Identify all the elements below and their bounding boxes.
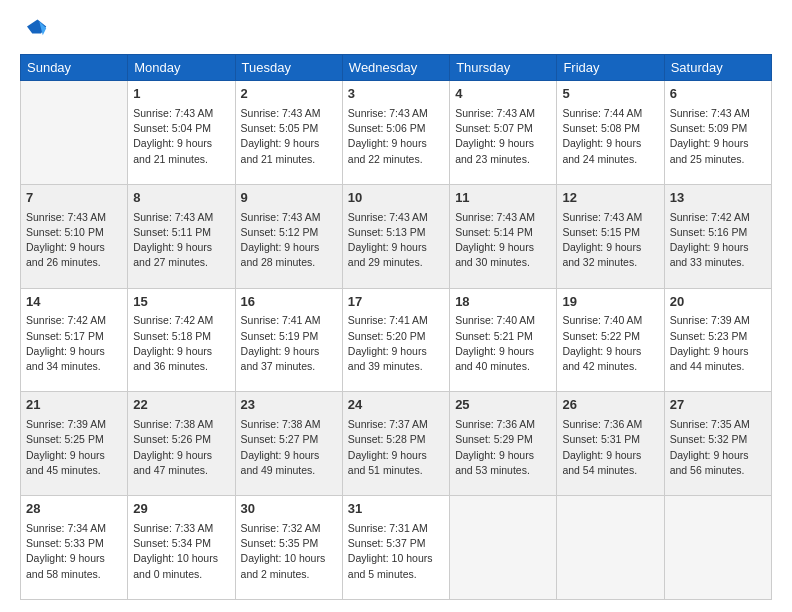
day-info: Sunrise: 7:34 AMSunset: 5:33 PMDaylight:… [26, 521, 122, 582]
calendar-cell: 24Sunrise: 7:37 AMSunset: 5:28 PMDayligh… [342, 392, 449, 496]
calendar-week-5: 28Sunrise: 7:34 AMSunset: 5:33 PMDayligh… [21, 496, 772, 600]
day-number: 10 [348, 189, 444, 208]
day-number: 25 [455, 396, 551, 415]
calendar-cell: 12Sunrise: 7:43 AMSunset: 5:15 PMDayligh… [557, 184, 664, 288]
day-info: Sunrise: 7:43 AMSunset: 5:11 PMDaylight:… [133, 210, 229, 271]
day-info: Sunrise: 7:36 AMSunset: 5:29 PMDaylight:… [455, 417, 551, 478]
calendar-cell: 20Sunrise: 7:39 AMSunset: 5:23 PMDayligh… [664, 288, 771, 392]
calendar-header-row: SundayMondayTuesdayWednesdayThursdayFrid… [21, 55, 772, 81]
day-number: 19 [562, 293, 658, 312]
calendar-cell: 2Sunrise: 7:43 AMSunset: 5:05 PMDaylight… [235, 81, 342, 185]
day-number: 8 [133, 189, 229, 208]
calendar-week-4: 21Sunrise: 7:39 AMSunset: 5:25 PMDayligh… [21, 392, 772, 496]
calendar-cell: 25Sunrise: 7:36 AMSunset: 5:29 PMDayligh… [450, 392, 557, 496]
day-info: Sunrise: 7:44 AMSunset: 5:08 PMDaylight:… [562, 106, 658, 167]
header-day-sunday: Sunday [21, 55, 128, 81]
day-number: 7 [26, 189, 122, 208]
header-day-monday: Monday [128, 55, 235, 81]
calendar-cell: 26Sunrise: 7:36 AMSunset: 5:31 PMDayligh… [557, 392, 664, 496]
day-info: Sunrise: 7:43 AMSunset: 5:04 PMDaylight:… [133, 106, 229, 167]
day-number: 20 [670, 293, 766, 312]
calendar-cell: 7Sunrise: 7:43 AMSunset: 5:10 PMDaylight… [21, 184, 128, 288]
calendar-week-3: 14Sunrise: 7:42 AMSunset: 5:17 PMDayligh… [21, 288, 772, 392]
day-number: 27 [670, 396, 766, 415]
calendar-cell: 3Sunrise: 7:43 AMSunset: 5:06 PMDaylight… [342, 81, 449, 185]
calendar-cell: 30Sunrise: 7:32 AMSunset: 5:35 PMDayligh… [235, 496, 342, 600]
day-number: 22 [133, 396, 229, 415]
day-number: 28 [26, 500, 122, 519]
day-number: 31 [348, 500, 444, 519]
day-number: 21 [26, 396, 122, 415]
day-info: Sunrise: 7:41 AMSunset: 5:20 PMDaylight:… [348, 313, 444, 374]
day-info: Sunrise: 7:35 AMSunset: 5:32 PMDaylight:… [670, 417, 766, 478]
calendar-cell: 15Sunrise: 7:42 AMSunset: 5:18 PMDayligh… [128, 288, 235, 392]
header [20, 16, 772, 44]
day-number: 6 [670, 85, 766, 104]
day-info: Sunrise: 7:40 AMSunset: 5:22 PMDaylight:… [562, 313, 658, 374]
day-info: Sunrise: 7:38 AMSunset: 5:27 PMDaylight:… [241, 417, 337, 478]
header-day-wednesday: Wednesday [342, 55, 449, 81]
day-info: Sunrise: 7:43 AMSunset: 5:09 PMDaylight:… [670, 106, 766, 167]
calendar-cell: 11Sunrise: 7:43 AMSunset: 5:14 PMDayligh… [450, 184, 557, 288]
day-info: Sunrise: 7:38 AMSunset: 5:26 PMDaylight:… [133, 417, 229, 478]
day-number: 30 [241, 500, 337, 519]
day-info: Sunrise: 7:39 AMSunset: 5:23 PMDaylight:… [670, 313, 766, 374]
calendar-cell: 27Sunrise: 7:35 AMSunset: 5:32 PMDayligh… [664, 392, 771, 496]
calendar-cell: 5Sunrise: 7:44 AMSunset: 5:08 PMDaylight… [557, 81, 664, 185]
day-info: Sunrise: 7:42 AMSunset: 5:16 PMDaylight:… [670, 210, 766, 271]
logo-icon [20, 16, 48, 44]
day-number: 9 [241, 189, 337, 208]
calendar-cell: 9Sunrise: 7:43 AMSunset: 5:12 PMDaylight… [235, 184, 342, 288]
calendar-cell: 1Sunrise: 7:43 AMSunset: 5:04 PMDaylight… [128, 81, 235, 185]
calendar-cell [557, 496, 664, 600]
calendar-cell: 21Sunrise: 7:39 AMSunset: 5:25 PMDayligh… [21, 392, 128, 496]
day-info: Sunrise: 7:39 AMSunset: 5:25 PMDaylight:… [26, 417, 122, 478]
day-info: Sunrise: 7:41 AMSunset: 5:19 PMDaylight:… [241, 313, 337, 374]
day-number: 17 [348, 293, 444, 312]
day-number: 18 [455, 293, 551, 312]
day-info: Sunrise: 7:37 AMSunset: 5:28 PMDaylight:… [348, 417, 444, 478]
calendar-cell: 4Sunrise: 7:43 AMSunset: 5:07 PMDaylight… [450, 81, 557, 185]
calendar-cell: 8Sunrise: 7:43 AMSunset: 5:11 PMDaylight… [128, 184, 235, 288]
calendar-cell: 23Sunrise: 7:38 AMSunset: 5:27 PMDayligh… [235, 392, 342, 496]
day-number: 23 [241, 396, 337, 415]
day-number: 13 [670, 189, 766, 208]
day-number: 12 [562, 189, 658, 208]
calendar-cell: 6Sunrise: 7:43 AMSunset: 5:09 PMDaylight… [664, 81, 771, 185]
header-day-thursday: Thursday [450, 55, 557, 81]
day-number: 5 [562, 85, 658, 104]
day-info: Sunrise: 7:43 AMSunset: 5:07 PMDaylight:… [455, 106, 551, 167]
header-day-friday: Friday [557, 55, 664, 81]
day-number: 1 [133, 85, 229, 104]
day-number: 24 [348, 396, 444, 415]
day-info: Sunrise: 7:32 AMSunset: 5:35 PMDaylight:… [241, 521, 337, 582]
page: SundayMondayTuesdayWednesdayThursdayFrid… [0, 0, 792, 612]
header-day-saturday: Saturday [664, 55, 771, 81]
day-number: 26 [562, 396, 658, 415]
calendar-cell: 28Sunrise: 7:34 AMSunset: 5:33 PMDayligh… [21, 496, 128, 600]
calendar-cell: 10Sunrise: 7:43 AMSunset: 5:13 PMDayligh… [342, 184, 449, 288]
day-info: Sunrise: 7:43 AMSunset: 5:14 PMDaylight:… [455, 210, 551, 271]
calendar-week-2: 7Sunrise: 7:43 AMSunset: 5:10 PMDaylight… [21, 184, 772, 288]
calendar-cell: 16Sunrise: 7:41 AMSunset: 5:19 PMDayligh… [235, 288, 342, 392]
calendar-cell: 17Sunrise: 7:41 AMSunset: 5:20 PMDayligh… [342, 288, 449, 392]
day-info: Sunrise: 7:43 AMSunset: 5:06 PMDaylight:… [348, 106, 444, 167]
calendar-week-1: 1Sunrise: 7:43 AMSunset: 5:04 PMDaylight… [21, 81, 772, 185]
day-number: 14 [26, 293, 122, 312]
day-info: Sunrise: 7:42 AMSunset: 5:17 PMDaylight:… [26, 313, 122, 374]
day-info: Sunrise: 7:43 AMSunset: 5:12 PMDaylight:… [241, 210, 337, 271]
day-info: Sunrise: 7:33 AMSunset: 5:34 PMDaylight:… [133, 521, 229, 582]
calendar-cell [450, 496, 557, 600]
header-day-tuesday: Tuesday [235, 55, 342, 81]
day-info: Sunrise: 7:31 AMSunset: 5:37 PMDaylight:… [348, 521, 444, 582]
day-info: Sunrise: 7:43 AMSunset: 5:13 PMDaylight:… [348, 210, 444, 271]
day-number: 2 [241, 85, 337, 104]
calendar-cell: 14Sunrise: 7:42 AMSunset: 5:17 PMDayligh… [21, 288, 128, 392]
day-info: Sunrise: 7:43 AMSunset: 5:15 PMDaylight:… [562, 210, 658, 271]
calendar-table: SundayMondayTuesdayWednesdayThursdayFrid… [20, 54, 772, 600]
calendar-cell: 13Sunrise: 7:42 AMSunset: 5:16 PMDayligh… [664, 184, 771, 288]
day-number: 16 [241, 293, 337, 312]
day-number: 15 [133, 293, 229, 312]
calendar-cell: 18Sunrise: 7:40 AMSunset: 5:21 PMDayligh… [450, 288, 557, 392]
calendar-cell: 19Sunrise: 7:40 AMSunset: 5:22 PMDayligh… [557, 288, 664, 392]
